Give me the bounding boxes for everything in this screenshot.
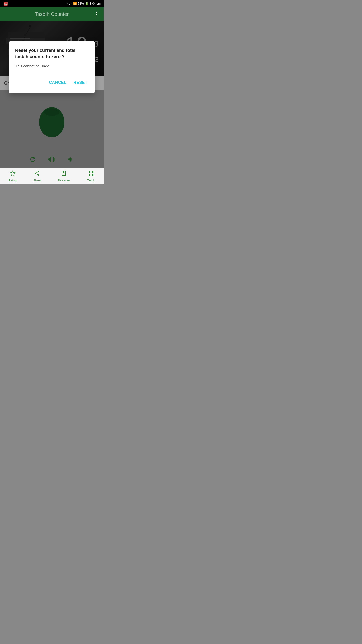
status-bar: 📚 4G+ 📶 73% 🔋 8:04 pm <box>0 0 104 7</box>
app-bar: Tasbih Counter ⋮ <box>0 7 104 21</box>
status-bar-left: 📚 <box>3 1 8 6</box>
grid-icon <box>88 170 94 176</box>
nav-label-share: Share <box>33 179 41 182</box>
battery-icon: 🔋 <box>85 2 89 5</box>
dialog-overlay: Reset your current and total tasbih coun… <box>0 21 104 168</box>
nav-item-share[interactable]: Share <box>33 170 41 182</box>
nav-item-99names[interactable]: 99 Names <box>58 170 70 182</box>
signal-icon: 📶 <box>73 2 77 5</box>
nav-item-rating[interactable]: Rating <box>9 170 17 182</box>
overflow-menu-button[interactable]: ⋮ <box>94 11 100 17</box>
svg-text:📚: 📚 <box>4 2 7 6</box>
dialog-title: Reset your current and total tasbih coun… <box>15 47 88 60</box>
99names-icon <box>61 170 67 178</box>
cancel-button[interactable]: CANCEL <box>48 78 67 87</box>
share-icon <box>34 170 40 178</box>
app-icon: 📚 <box>3 1 8 6</box>
app-screen: 📚 4G+ 📶 73% 🔋 8:04 pm Tasbih Counter ⋮ <box>0 0 104 184</box>
app-title: Tasbih Counter <box>10 11 94 17</box>
dialog-actions: CANCEL RESET <box>15 78 88 87</box>
rating-icon <box>10 170 16 178</box>
nav-label-tasbih: Tasbih <box>87 179 95 182</box>
star-icon <box>10 170 16 176</box>
nav-item-tasbih[interactable]: Tasbih <box>87 170 95 182</box>
confirm-reset-button[interactable]: RESET <box>72 78 88 87</box>
bottom-nav: Rating Share 99 Names T <box>0 168 104 184</box>
network-indicator: 4G+ <box>67 2 72 5</box>
clock: 8:04 pm <box>90 2 101 5</box>
dialog-body: This cannot be undo! <box>15 64 88 68</box>
content-area: 10 /33 Total: 43 Grand Total: 76 <box>0 21 104 168</box>
nav-label-99names: 99 Names <box>58 179 70 182</box>
book-icon <box>61 170 67 176</box>
reset-dialog: Reset your current and total tasbih coun… <box>9 41 95 93</box>
svg-marker-19 <box>10 171 15 176</box>
status-bar-right: 4G+ 📶 73% 🔋 8:04 pm <box>67 2 101 5</box>
tasbih-icon <box>88 170 94 178</box>
nav-label-rating: Rating <box>9 179 17 182</box>
battery-level: 73% <box>78 2 84 5</box>
share-icon-svg <box>34 170 40 176</box>
